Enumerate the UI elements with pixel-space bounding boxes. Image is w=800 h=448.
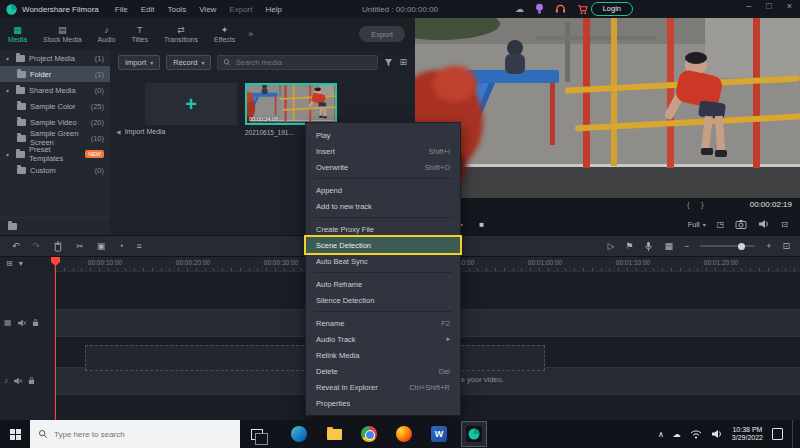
import-dropdown-button[interactable]: Import ▾	[118, 55, 160, 70]
display-size-dropdown[interactable]: Full ▾	[688, 220, 706, 229]
menu-item-delete[interactable]: DeleteDel	[306, 363, 460, 379]
expand-preview-icon[interactable]: ◳	[717, 220, 725, 229]
tab-transitions[interactable]: ⇄ Transitions	[156, 25, 206, 43]
menu-item-scene-detection[interactable]: Scene Detection	[306, 237, 460, 253]
menu-edit[interactable]: Edit	[141, 5, 155, 14]
cloud-sync-icon[interactable]: ☁	[515, 4, 524, 14]
filter-funnel-icon[interactable]	[384, 58, 393, 67]
minimize-button[interactable]: –	[746, 1, 751, 11]
sidebar-item-sample-color[interactable]: Sample Color (25)	[0, 98, 110, 114]
taskbar-clock[interactable]: 10:38 PM 3/29/2022	[732, 426, 763, 443]
zoom-slider-knob[interactable]	[738, 243, 745, 250]
filmora-taskbar-icon[interactable]	[461, 421, 487, 447]
menu-item-insert[interactable]: InsertShift+I	[306, 143, 460, 159]
split-scissors-icon[interactable]: ✂	[76, 241, 84, 251]
media-search-box[interactable]	[217, 55, 378, 70]
start-button[interactable]	[0, 420, 30, 448]
menu-item-create-proxy-file[interactable]: Create Proxy File	[306, 221, 460, 237]
taskbar-search-input[interactable]	[54, 430, 219, 439]
menu-view[interactable]: View	[199, 5, 216, 14]
audio-mixer-icon[interactable]: ≡	[137, 241, 142, 251]
mute-track-icon[interactable]	[13, 377, 23, 385]
menu-item-append[interactable]: Append	[306, 182, 460, 198]
tab-stock-media[interactable]: ▤ Stock Media	[35, 25, 90, 43]
record-dropdown-button[interactable]: Record ▾	[166, 55, 211, 70]
tab-titles[interactable]: T Titles	[124, 25, 156, 43]
undo-icon[interactable]: ↶	[12, 241, 20, 251]
volume-icon[interactable]	[758, 219, 770, 229]
chevron-down-icon[interactable]: ▾	[19, 259, 23, 268]
search-input[interactable]	[236, 58, 373, 67]
mark-in-icon[interactable]: {	[687, 200, 690, 209]
support-headset-icon[interactable]	[555, 4, 566, 14]
upgrade-cart-icon[interactable]	[577, 4, 588, 15]
redo-icon[interactable]: ↷	[33, 241, 41, 251]
tab-audio[interactable]: ♪ Audio	[90, 25, 124, 43]
sidebar-item-custom[interactable]: Custom (0)	[0, 162, 110, 178]
caret-down-icon[interactable]: ▾	[6, 55, 12, 62]
speed-icon[interactable]: ◔	[118, 241, 123, 251]
new-folder-icon[interactable]	[8, 223, 17, 230]
sidebar-item-sample-green-screen[interactable]: Sample Green Screen (10)	[0, 130, 110, 146]
file-explorer-icon[interactable]	[321, 421, 347, 447]
fullscreen-icon[interactable]: ⊡	[781, 220, 788, 229]
notification-center-icon[interactable]	[772, 428, 783, 440]
sidebar-item-folder[interactable]: Folder (1)	[0, 66, 110, 82]
lock-track-icon[interactable]	[32, 318, 39, 327]
edge-icon[interactable]	[286, 421, 312, 447]
menu-item-silence-detection[interactable]: Silence Detection	[306, 292, 460, 308]
volume-tray-icon[interactable]	[711, 429, 723, 439]
tab-media[interactable]: ▦ Media	[0, 25, 35, 43]
menu-item-add-to-new-track[interactable]: Add to new track	[306, 198, 460, 214]
grid-view-icon[interactable]: ⊞	[399, 57, 407, 67]
zoom-out-icon[interactable]: −	[684, 241, 689, 251]
more-tabs-chevron-icon[interactable]: »	[248, 29, 253, 39]
screen-record-icon[interactable]: ▦	[664, 241, 673, 251]
import-media-tile[interactable]: +	[145, 83, 237, 125]
mute-track-icon[interactable]	[17, 319, 27, 327]
menu-tools[interactable]: Tools	[167, 5, 186, 14]
menu-help[interactable]: Help	[265, 5, 281, 14]
close-button[interactable]: ×	[787, 1, 792, 11]
menu-item-auto-reframe[interactable]: Auto Reframe	[306, 276, 460, 292]
menu-item-audio-track[interactable]: Audio Track▸	[306, 331, 460, 347]
sidebar-item-sample-video[interactable]: Sample Video (20)	[0, 114, 110, 130]
crop-icon[interactable]: ▣	[97, 241, 106, 251]
firefox-icon[interactable]	[391, 421, 417, 447]
onedrive-cloud-icon[interactable]: ☁	[673, 430, 681, 439]
menu-item-properties[interactable]: Properties	[306, 395, 460, 411]
menu-export[interactable]: Export	[229, 5, 252, 14]
voiceover-mic-icon[interactable]	[644, 241, 653, 252]
task-view-icon[interactable]	[251, 429, 263, 440]
hidden-icons-chevron[interactable]: ∧	[658, 430, 664, 439]
whats-new-bulb-icon[interactable]	[535, 3, 544, 15]
menu-item-reveal-in-explorer[interactable]: Reveal In ExplorerCtrl+Shift+R	[306, 379, 460, 395]
preview-video[interactable]	[415, 18, 800, 198]
caret-down-icon[interactable]: ▾	[6, 151, 12, 158]
menu-item-rename[interactable]: RenameF2	[306, 315, 460, 331]
collapse-panel-icon[interactable]: ◀	[116, 128, 121, 135]
stop-button[interactable]: ■	[479, 220, 484, 229]
word-icon[interactable]: W	[426, 421, 452, 447]
menu-file[interactable]: File	[115, 5, 128, 14]
zoom-in-icon[interactable]: +	[766, 241, 771, 251]
marker-icon[interactable]: ⚑	[625, 241, 633, 251]
sidebar-item-shared-media[interactable]: ▾ Shared Media (0)	[0, 82, 110, 98]
taskbar-search-box[interactable]	[30, 420, 240, 448]
media-clip-thumbnail[interactable]: 00:00:34:08	[245, 83, 337, 125]
show-desktop-strip[interactable]	[792, 420, 796, 448]
snapshot-camera-icon[interactable]	[735, 219, 747, 229]
menu-item-auto-beat-sync[interactable]: Auto Beat Sync	[306, 253, 460, 269]
menu-item-relink-media[interactable]: Relink Media	[306, 347, 460, 363]
playhead-line[interactable]	[55, 257, 56, 420]
tab-effects[interactable]: ✦ Effects	[206, 25, 243, 43]
sidebar-item-project-media[interactable]: ▾ Project Media (1)	[0, 50, 110, 66]
lock-track-icon[interactable]	[28, 376, 35, 385]
zoom-slider[interactable]	[700, 245, 755, 247]
delete-trash-icon[interactable]	[53, 241, 63, 252]
manage-tracks-icon[interactable]: ⊞	[6, 259, 13, 268]
caret-down-icon[interactable]: ▾	[6, 87, 12, 94]
menu-item-overwrite[interactable]: OverwriteShift+O	[306, 159, 460, 175]
export-button[interactable]: Export	[359, 26, 405, 42]
fit-timeline-icon[interactable]: ⊡	[782, 241, 790, 251]
